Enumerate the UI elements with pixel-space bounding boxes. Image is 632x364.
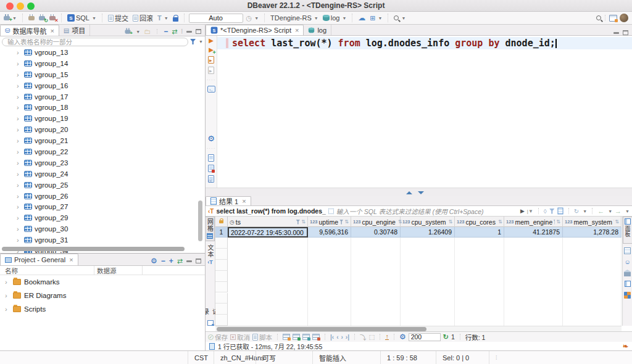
new-connection-button[interactable]: ▼ xyxy=(2,15,18,21)
grid-data-row[interactable]: 12022-07-22 19:45:30.0009,596,3160.30748… xyxy=(215,227,622,238)
tree-item-vgroup_22[interactable]: ›vgroup_22 xyxy=(0,146,196,157)
sort-icon[interactable]: ⇅ xyxy=(498,219,502,225)
sort-icon[interactable]: ⇅ xyxy=(449,219,453,225)
tab-project-general[interactable]: Project - General× xyxy=(0,254,78,265)
tree-item-vgroup_16[interactable]: ›vgroup_16 xyxy=(0,80,196,91)
disconnect-button[interactable] xyxy=(48,15,57,21)
chevron-right-icon[interactable]: › xyxy=(17,236,22,244)
view-menu-icon[interactable]: ⁞ xyxy=(181,28,183,35)
code-area[interactable]: select last_row(*) from log.dnodes_info … xyxy=(217,36,632,188)
delete-row-icon[interactable] xyxy=(312,334,320,340)
column-header-cpu_engine[interactable]: 123cpu_engine⇅ xyxy=(351,217,401,227)
link-editor-icon[interactable]: ⇄ xyxy=(172,28,177,36)
search-button[interactable]: ▼ xyxy=(393,15,407,21)
parameters-icon[interactable] xyxy=(208,175,214,183)
sort-icon[interactable]: ⇅ xyxy=(615,219,619,225)
connection-selector[interactable]: TDengine-RS▼ xyxy=(269,14,320,22)
column-header-cpu_system[interactable]: 123cpu_system⇅ xyxy=(401,217,455,227)
quick-search-button[interactable] xyxy=(595,15,602,21)
navigator-vscrollbar[interactable] xyxy=(198,201,202,241)
column-header-mem_engine[interactable]: 123mem_engine⇅ xyxy=(504,217,563,227)
project-item-scripts[interactable]: ›Scripts xyxy=(0,302,205,316)
chevron-right-icon[interactable]: › xyxy=(17,60,22,67)
edit-cell-icon[interactable] xyxy=(283,334,290,340)
chevron-right-icon[interactable]: › xyxy=(17,71,22,78)
nav-new-connection-icon[interactable] xyxy=(125,30,131,33)
tree-item-vgroup_29[interactable]: ›vgroup_29 xyxy=(0,212,196,223)
close-icon[interactable]: × xyxy=(69,256,73,263)
table-filter-input[interactable] xyxy=(2,38,188,46)
chevron-right-icon[interactable]: › xyxy=(17,93,22,101)
column-header-ts[interactable]: ◷ts⇅ xyxy=(228,217,308,227)
connect-button[interactable] xyxy=(27,15,36,21)
filter-settings-icon[interactable] xyxy=(190,39,196,44)
tree-item-vgroup_27[interactable]: ›vgroup_27 xyxy=(0,201,196,212)
column-header-uptime[interactable]: 123uptime⇅ xyxy=(308,217,351,227)
grid-hscrollbar[interactable] xyxy=(215,326,622,331)
close-icon[interactable]: × xyxy=(242,197,246,205)
chevron-right-icon[interactable]: › xyxy=(5,292,10,299)
cell-mem_engine[interactable]: 41.21875 xyxy=(504,227,563,238)
grid-hscroll-thumb[interactable] xyxy=(217,327,426,331)
grid-body[interactable]: ◷ts⇅123uptime⇅123cpu_engine⇅123cpu_syste… xyxy=(215,217,622,326)
sort-icon[interactable]: ⇅ xyxy=(556,219,560,225)
tab-script[interactable]: S *<TDengine-RS> Script× xyxy=(206,25,304,35)
column-header-mem_system[interactable]: 123mem_system⇅ xyxy=(563,217,622,227)
chevron-right-icon[interactable]: › xyxy=(17,148,22,155)
apply-filter-icon[interactable]: ▶ xyxy=(520,208,525,214)
tree-item-vgroup_31[interactable]: ›vgroup_31 xyxy=(0,234,196,246)
refresh-results-icon[interactable]: ↻ xyxy=(574,208,579,215)
presentation-text-tab[interactable]: 文本‹T xyxy=(206,243,215,267)
tab-log[interactable]: log xyxy=(304,25,331,35)
collapse-all-icon[interactable]: − xyxy=(164,27,168,36)
chevron-right-icon[interactable]: › xyxy=(17,181,22,189)
tab-results-1[interactable]: 结果 1× xyxy=(206,196,251,205)
chevron-right-icon[interactable]: › xyxy=(5,305,10,313)
editor-settings-icon[interactable]: ⚙ xyxy=(207,134,215,143)
cell-uptime[interactable]: 9,596,316 xyxy=(308,227,351,238)
erase-filter-icon[interactable]: ◊ xyxy=(544,208,547,215)
collapse-down-icon[interactable] xyxy=(418,191,424,194)
forward-icon[interactable]: → xyxy=(615,207,622,215)
tree-item-vgroup_18[interactable]: ›vgroup_18 xyxy=(0,102,196,113)
execute-statement-icon[interactable]: ▶ xyxy=(209,38,214,44)
commit-button[interactable]: 提交 xyxy=(107,12,130,23)
presentation-grid-tab[interactable]: 网格 xyxy=(206,217,215,241)
goto-row-icon[interactable]: ⤵ xyxy=(360,333,367,342)
sort-icon[interactable]: ⇅ xyxy=(301,219,306,225)
panel-toggle-tab[interactable]: 面板 xyxy=(623,217,632,244)
network-profile-button[interactable]: ⊞▼ xyxy=(368,14,383,23)
add-row-icon[interactable] xyxy=(293,334,300,340)
minimize-panel-icon[interactable] xyxy=(186,260,192,262)
maximize-panel-icon[interactable] xyxy=(196,259,201,263)
chevron-right-icon[interactable]: › xyxy=(17,225,22,233)
notifications-icon[interactable]: ❧ xyxy=(623,342,628,350)
column-header-cpu_cores[interactable]: 123cpu_cores⇅ xyxy=(455,217,504,227)
link-icon[interactable]: ⇄ xyxy=(177,257,183,265)
last-row-icon[interactable]: ›| xyxy=(346,334,349,341)
cell-ts[interactable]: 2022-07-22 19:45:30.000 xyxy=(228,227,308,238)
close-window-icon[interactable] xyxy=(6,2,14,10)
save-filter-icon[interactable] xyxy=(549,209,555,214)
chevron-right-icon[interactable]: › xyxy=(17,203,22,210)
fetch-size-input[interactable] xyxy=(409,333,441,341)
next-row-icon[interactable]: › xyxy=(341,334,343,341)
tree-item-vgroup_21[interactable]: ›vgroup_21 xyxy=(0,135,196,146)
transaction-log-button[interactable]: T▼ xyxy=(156,14,170,22)
commit-mode-combo[interactable]: Auto xyxy=(189,14,243,23)
cancel-button[interactable]: ✕取消 xyxy=(230,333,250,342)
grid-settings-icon[interactable]: ⚙ xyxy=(399,333,406,341)
column-datasource[interactable]: 数据源 xyxy=(94,266,143,275)
console-icon[interactable]: ›_ xyxy=(207,86,215,93)
chevron-right-icon[interactable]: › xyxy=(17,82,22,89)
close-icon[interactable]: × xyxy=(295,27,299,34)
tree-item-vgroup_13[interactable]: ›vgroup_13 xyxy=(0,47,196,58)
cell-mem_system[interactable]: 1,278.28 xyxy=(563,227,622,238)
sort-icon[interactable]: ⇅ xyxy=(344,219,349,225)
maximize-editor-icon[interactable] xyxy=(623,30,628,35)
prev-row-icon[interactable]: ‹ xyxy=(336,334,338,341)
back-icon[interactable]: ← xyxy=(597,207,604,215)
tree-item-vgroup_25[interactable]: ›vgroup_25 xyxy=(0,180,196,191)
filter-panel-icon[interactable] xyxy=(557,208,563,215)
chevron-right-icon[interactable]: › xyxy=(17,192,22,200)
